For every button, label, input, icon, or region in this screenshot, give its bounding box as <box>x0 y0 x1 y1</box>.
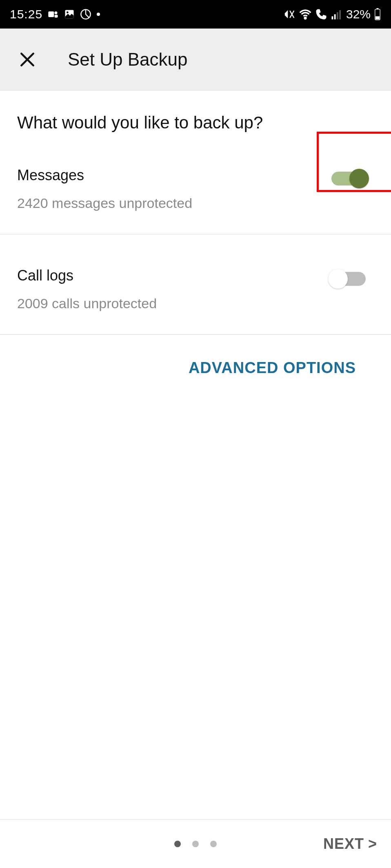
status-bar: 15:25 32% <box>0 0 391 29</box>
page-dot-2 <box>192 841 199 847</box>
item-subtext: 2420 messages unprotected <box>17 195 192 211</box>
svg-rect-12 <box>337 12 338 20</box>
svg-point-6 <box>97 13 100 16</box>
status-left: 15:25 <box>10 7 100 21</box>
bottom-bar: NEXT > <box>0 819 391 868</box>
backup-item-messages[interactable]: Messages 2420 messages unprotected <box>0 134 391 234</box>
call-wifi-icon <box>315 8 327 20</box>
svg-rect-2 <box>55 15 58 18</box>
svg-point-4 <box>67 11 69 13</box>
signal-icon <box>331 8 343 20</box>
close-icon <box>18 51 36 68</box>
messages-toggle[interactable] <box>331 172 366 186</box>
toggle-knob <box>328 269 348 289</box>
section-heading: What would you like to back up? <box>17 112 374 134</box>
svg-rect-0 <box>48 11 54 17</box>
page-dot-1 <box>174 841 181 847</box>
advanced-options-button[interactable]: ADVANCED OPTIONS <box>17 335 374 377</box>
chevron-right-icon: > <box>368 835 377 853</box>
next-button[interactable]: NEXT > <box>323 835 377 853</box>
battery-icon <box>374 8 381 20</box>
page-title: Set Up Backup <box>68 49 188 70</box>
svg-point-9 <box>304 17 306 19</box>
app-update-icon <box>80 9 91 20</box>
clock: 15:25 <box>10 7 42 21</box>
teams-icon <box>47 9 59 20</box>
item-text: Messages 2420 messages unprotected <box>17 167 192 211</box>
more-dot-icon <box>96 12 100 16</box>
battery-text: 32% <box>346 7 371 21</box>
content-area: What would you like to back up? Messages… <box>0 91 391 377</box>
svg-rect-11 <box>334 14 336 20</box>
app-bar: Set Up Backup <box>0 29 391 91</box>
vibrate-icon <box>283 8 295 20</box>
page-dot-3 <box>210 841 217 847</box>
svg-point-1 <box>55 11 58 14</box>
item-label: Messages <box>17 167 192 184</box>
svg-rect-10 <box>331 16 333 20</box>
item-label: Call logs <box>17 267 157 284</box>
wifi-icon <box>299 8 312 21</box>
item-text: Call logs 2009 calls unprotected <box>17 267 157 311</box>
toggle-knob <box>349 169 369 188</box>
svg-rect-16 <box>375 16 380 20</box>
backup-item-call-logs[interactable]: Call logs 2009 calls unprotected <box>0 234 391 335</box>
page-indicator <box>174 841 217 847</box>
status-right: 32% <box>283 7 381 21</box>
item-subtext: 2009 calls unprotected <box>17 296 157 311</box>
close-button[interactable] <box>16 49 38 71</box>
image-icon <box>64 9 75 20</box>
svg-rect-13 <box>339 10 341 20</box>
next-label: NEXT <box>323 835 364 853</box>
call-logs-toggle[interactable] <box>331 272 366 286</box>
